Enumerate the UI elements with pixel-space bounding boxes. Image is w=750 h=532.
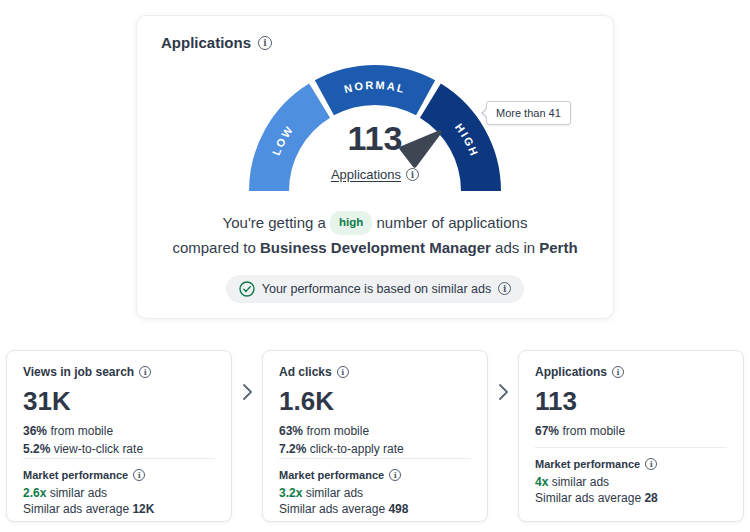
message-line-2: compared to Business Development Manager… [161, 236, 589, 261]
threshold-tooltip: More than 41 [486, 101, 571, 125]
performance-message: You're getting a high number of applicat… [161, 211, 589, 261]
stat-line: 5.2% view-to-click rate [23, 442, 215, 456]
job-location: Perth [539, 239, 577, 256]
metric-header: Ad clicks [279, 365, 471, 379]
metric-card-views: Views in job search 31K 36% from mobile … [6, 350, 232, 522]
average-line: Similar ads average 28 [535, 491, 727, 505]
stat-label: from mobile [50, 424, 113, 438]
market-performance-section: Market performance 3.2x similar ads Simi… [279, 458, 471, 518]
message-text: ads in [495, 239, 535, 256]
stat-value: 7.2% [279, 442, 306, 456]
average-label: Similar ads average [535, 491, 641, 505]
footnote-row: Your performance is based on similar ads [161, 275, 589, 303]
stat-value: 5.2% [23, 442, 50, 456]
gauge-value-label-row: Applications [240, 167, 510, 182]
chevron-right-icon [235, 382, 259, 402]
market-title: Market performance [279, 469, 384, 481]
average-value: 498 [388, 502, 408, 516]
applications-gauge-card: Applications LOW NORMAL HIGH 113 Applica… [136, 15, 614, 319]
high-badge: high [330, 211, 372, 235]
metrics-row: Views in job search 31K 36% from mobile … [0, 350, 750, 522]
stat-value: 36% [23, 424, 47, 438]
market-performance-section: Market performance 2.6x similar ads Simi… [23, 458, 215, 518]
multiplier-label: similar ads [552, 475, 609, 489]
stat-line: 67% from mobile [535, 424, 727, 438]
stat-line: 36% from mobile [23, 424, 215, 438]
multiplier-value: 3.2x [279, 486, 302, 500]
average-value: 28 [644, 491, 657, 505]
info-icon[interactable] [389, 469, 401, 481]
info-icon[interactable] [406, 168, 419, 181]
message-line-1: You're getting a high number of applicat… [161, 211, 589, 236]
metric-header: Applications [535, 365, 727, 379]
info-icon[interactable] [337, 366, 349, 378]
market-header: Market performance [23, 469, 215, 481]
message-text: number of applications [376, 214, 527, 231]
chevron-right-icon [491, 382, 515, 402]
metric-value: 113 [535, 386, 727, 417]
stat-value: 63% [279, 424, 303, 438]
stat-line: 7.2% click-to-apply rate [279, 442, 471, 456]
metric-value: 31K [23, 386, 215, 417]
average-value: 12K [132, 502, 154, 516]
metric-card-applications: Applications 113 67% from mobile Market … [518, 350, 744, 522]
gauge-value: 113 [240, 119, 510, 158]
average-label: Similar ads average [23, 502, 129, 516]
info-icon[interactable] [133, 469, 145, 481]
card-title: Applications [161, 34, 251, 51]
stat-label: view-to-click rate [54, 442, 143, 456]
multiplier-value: 2.6x [23, 486, 46, 500]
message-text: You're getting a [223, 214, 326, 231]
stat-line: 63% from mobile [279, 424, 471, 438]
info-icon[interactable] [139, 366, 151, 378]
average-line: Similar ads average 12K [23, 502, 215, 516]
info-icon[interactable] [645, 458, 657, 470]
multiplier-value: 4x [535, 475, 548, 489]
footnote-text: Your performance is based on similar ads [262, 282, 492, 296]
info-icon[interactable] [258, 36, 272, 50]
multiplier-label: similar ads [306, 486, 363, 500]
job-title: Business Development Manager [260, 239, 491, 256]
market-header: Market performance [279, 469, 471, 481]
metric-card-clicks: Ad clicks 1.6K 63% from mobile 7.2% clic… [262, 350, 488, 522]
metric-title: Ad clicks [279, 365, 332, 379]
multiplier-label: similar ads [50, 486, 107, 500]
similar-ads-note: Your performance is based on similar ads [226, 275, 525, 303]
card-header: Applications [161, 34, 589, 51]
stat-label: from mobile [562, 424, 625, 438]
info-icon[interactable] [498, 282, 511, 295]
metric-value: 1.6K [279, 386, 471, 417]
multiplier-line: 3.2x similar ads [279, 486, 471, 500]
average-label: Similar ads average [279, 502, 385, 516]
info-icon[interactable] [612, 366, 624, 378]
multiplier-line: 4x similar ads [535, 475, 727, 489]
metric-header: Views in job search [23, 365, 215, 379]
average-line: Similar ads average 498 [279, 502, 471, 516]
metric-title: Views in job search [23, 365, 134, 379]
check-circle-icon [239, 281, 255, 297]
market-title: Market performance [23, 469, 128, 481]
multiplier-line: 2.6x similar ads [23, 486, 215, 500]
stat-value: 67% [535, 424, 559, 438]
stat-label: from mobile [306, 424, 369, 438]
stat-label: click-to-apply rate [310, 442, 404, 456]
message-text: compared to [172, 239, 255, 256]
applications-gauge: LOW NORMAL HIGH 113 Applications More th… [240, 59, 510, 201]
metric-title: Applications [535, 365, 607, 379]
market-title: Market performance [535, 458, 640, 470]
gauge-value-label: Applications [331, 167, 401, 182]
market-performance-section: Market performance 4x similar ads Simila… [535, 447, 727, 507]
market-header: Market performance [535, 458, 727, 470]
